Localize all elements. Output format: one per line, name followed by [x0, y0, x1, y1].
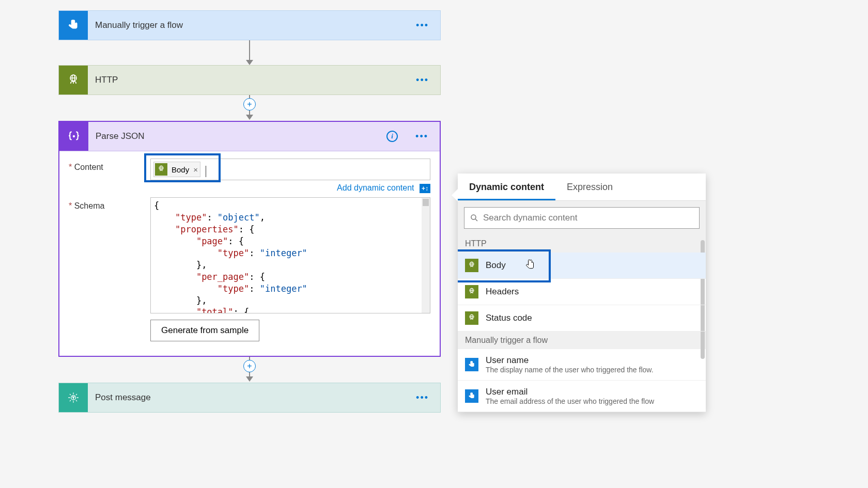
text-cursor [206, 166, 206, 177]
token-label: Body [172, 165, 189, 174]
flyout-item-title: User name [486, 355, 699, 366]
add-step-button[interactable]: + [243, 360, 256, 372]
info-icon[interactable]: i [386, 131, 398, 142]
schema-field-label: * Schema [69, 197, 150, 341]
step-title: HTTP [88, 75, 405, 85]
step-http[interactable]: HTTP ••• [58, 65, 441, 95]
flyout-item-body[interactable]: Body [458, 253, 706, 279]
flyout-item-title: Status code [486, 313, 699, 323]
manual-trigger-icon [465, 389, 478, 403]
flyout-item-description: The display name of the user who trigger… [486, 366, 699, 374]
search-input-field[interactable] [483, 213, 694, 223]
schema-textarea[interactable]: { "type": "object", "properties": { "pag… [150, 197, 430, 313]
add-step-button[interactable]: + [243, 98, 256, 111]
parse-json-header[interactable]: Parse JSON i ••• [59, 122, 440, 151]
flyout-section-header: Manually trigger a flow [458, 332, 706, 349]
add-dynamic-content-link[interactable]: Add dynamic content [337, 183, 414, 192]
more-menu-button[interactable]: ••• [404, 131, 440, 142]
step-title: Parse JSON [88, 131, 386, 141]
dynamic-content-flyout: Dynamic content Expression HTTPBodyHeade… [458, 174, 706, 412]
teams-icon [59, 383, 88, 412]
step-post-message[interactable]: Post message ••• [58, 383, 441, 413]
parse-json-icon [59, 122, 88, 151]
http-icon [465, 311, 478, 325]
more-menu-button[interactable]: ••• [405, 20, 440, 31]
flyout-item-headers[interactable]: Headers [458, 279, 706, 305]
flyout-item-title: Body [486, 260, 699, 271]
flyout-item-status-code[interactable]: Status code [458, 305, 706, 332]
http-icon [59, 66, 88, 95]
tab-dynamic-content[interactable]: Dynamic content [458, 174, 555, 200]
step-parse-json: Parse JSON i ••• * Content Body × [58, 121, 441, 357]
flyout-item-title: Headers [486, 287, 699, 297]
content-input[interactable]: Body × [150, 159, 430, 180]
step-title: Manually trigger a flow [88, 20, 405, 30]
svg-point-6 [471, 215, 476, 219]
step-manual-trigger[interactable]: Manually trigger a flow ••• [58, 10, 441, 40]
body-token[interactable]: Body × [153, 162, 200, 177]
more-menu-button[interactable]: ••• [405, 75, 440, 86]
more-menu-button[interactable]: ••• [405, 392, 440, 403]
manual-trigger-icon [465, 358, 478, 371]
scrollbar[interactable] [422, 198, 430, 313]
token-remove-button[interactable]: × [193, 165, 198, 174]
content-field-label: * Content [69, 159, 150, 193]
flyout-item-description: The email address of the user who trigge… [486, 397, 699, 405]
step-title: Post message [88, 392, 405, 403]
http-icon [465, 285, 478, 298]
svg-point-2 [73, 136, 74, 137]
generate-from-sample-button[interactable]: Generate from sample [150, 320, 259, 341]
connector-arrow: + [58, 95, 441, 121]
http-icon [465, 259, 478, 272]
flyout-pointer [452, 189, 458, 201]
flyout-item-title: User email [486, 387, 699, 397]
http-icon [155, 163, 167, 176]
search-dynamic-content-input[interactable] [464, 207, 700, 229]
manual-trigger-icon [59, 11, 88, 40]
connector-arrow: + [58, 357, 441, 383]
connector-arrow [58, 40, 441, 65]
flyout-item-user-email[interactable]: User emailThe email address of the user … [458, 381, 706, 412]
flyout-section-header: HTTP [458, 235, 706, 253]
tab-expression[interactable]: Expression [555, 174, 624, 200]
search-icon [470, 213, 479, 223]
flyout-item-user-name[interactable]: User nameThe display name of the user wh… [458, 349, 706, 381]
add-dynamic-content-badge[interactable]: +↕ [420, 184, 430, 193]
